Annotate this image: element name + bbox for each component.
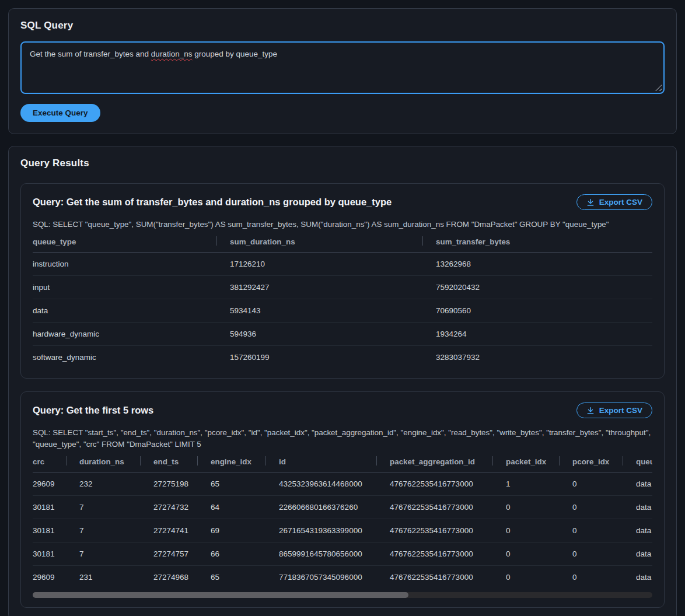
column-header: packet_aggregation_id xyxy=(377,456,493,473)
table-cell: 17126210 xyxy=(217,253,423,276)
table-cell: 7 xyxy=(67,542,141,566)
export-csv-label: Export CSV xyxy=(599,198,642,206)
table-cell: 27274741 xyxy=(141,519,198,542)
column-header: id xyxy=(266,456,377,473)
table-cell: 27274968 xyxy=(141,566,198,589)
table-row: 2960923227275198654325323963614468000476… xyxy=(33,473,652,496)
table-cell: 69 xyxy=(198,519,266,542)
results-table-container: queue_typesum_duration_nssum_transfer_by… xyxy=(33,236,652,369)
textarea-resize-handle[interactable] xyxy=(655,85,662,91)
query-text-misspelled: duration_ns xyxy=(151,50,193,58)
table-cell: 381292427 xyxy=(217,276,423,299)
table-row: software_dynamic1572601993283037932 xyxy=(33,346,652,369)
table-cell: 65 xyxy=(198,566,266,589)
horizontal-scrollbar-track[interactable] xyxy=(33,592,652,598)
results-table: crcduration_nsend_tsengine_idxidpacket_a… xyxy=(33,456,652,589)
table-cell: 5934143 xyxy=(217,299,423,323)
table-row: 3018172727473264226606680166376260476762… xyxy=(33,496,652,519)
column-header: pcore_idx xyxy=(560,456,623,473)
column-header: packet_idx xyxy=(493,456,560,473)
table-cell: data xyxy=(623,566,652,589)
table-cell: 4767622535416773000 xyxy=(377,496,493,519)
sql-statement: SQL: SELECT "start_ts", "end_ts", "durat… xyxy=(33,427,652,450)
column-header: engine_idx xyxy=(198,456,266,473)
table-cell: 29609 xyxy=(33,473,67,496)
table-cell: 0 xyxy=(493,496,560,519)
column-header: sum_transfer_bytes xyxy=(423,236,652,253)
table-cell: 1 xyxy=(493,473,560,496)
table-cell: 232 xyxy=(67,473,141,496)
table-cell: 8659991645780656000 xyxy=(266,542,377,566)
horizontal-scrollbar-thumb[interactable] xyxy=(33,592,408,598)
column-header: crc xyxy=(33,456,67,473)
column-header: end_ts xyxy=(141,456,198,473)
table-cell: 7718367057345096000 xyxy=(266,566,377,589)
table-row: 3018172727474169267165431936339900047676… xyxy=(33,519,652,542)
table-cell: data xyxy=(623,519,652,542)
download-icon xyxy=(586,407,595,415)
query-results-section: Query Results Query: Get the sum of tran… xyxy=(8,146,677,616)
table-cell: 0 xyxy=(560,519,623,542)
table-cell: 30181 xyxy=(33,542,67,566)
table-row: 3018172727475766865999164578065600047676… xyxy=(33,542,652,566)
table-cell: 64 xyxy=(198,496,266,519)
sql-query-input[interactable]: Get the sum of transfer_bytes and durati… xyxy=(20,41,665,94)
table-cell: 7 xyxy=(67,519,141,542)
result-card-first-rows: Query: Get the first 5 rows Export CSV S… xyxy=(20,391,665,608)
table-cell: 7 xyxy=(67,496,141,519)
table-cell: instruction xyxy=(33,253,217,276)
results-table-container: crcduration_nsend_tsengine_idxidpacket_a… xyxy=(33,456,652,589)
table-cell: hardware_dynamic xyxy=(33,323,217,346)
table-cell: 7592020432 xyxy=(423,276,652,299)
export-csv-button[interactable]: Export CSV xyxy=(576,194,652,210)
sql-statement: SQL: SELECT "queue_type", SUM("transfer_… xyxy=(33,219,652,230)
download-icon xyxy=(586,198,595,206)
table-cell: 65 xyxy=(198,473,266,496)
table-cell: 0 xyxy=(493,542,560,566)
table-cell: 2671654319363399000 xyxy=(266,519,377,542)
table-row: data593414370690560 xyxy=(33,299,652,323)
table-cell: 4325323963614468000 xyxy=(266,473,377,496)
execute-query-button[interactable]: Execute Query xyxy=(20,104,100,122)
table-cell: data xyxy=(623,496,652,519)
table-header-row: crcduration_nsend_tsengine_idxidpacket_a… xyxy=(33,456,652,473)
table-cell: 0 xyxy=(560,566,623,589)
table-cell: 1934264 xyxy=(423,323,652,346)
table-cell: 27275198 xyxy=(141,473,198,496)
table-cell: 29609 xyxy=(33,566,67,589)
result-card-title: Query: Get the sum of transfer_bytes and… xyxy=(33,197,392,208)
table-cell: 30181 xyxy=(33,519,67,542)
sql-query-title: SQL Query xyxy=(20,20,665,32)
export-csv-label: Export CSV xyxy=(599,406,642,415)
table-cell: 594936 xyxy=(217,323,423,346)
column-header: sum_duration_ns xyxy=(217,236,423,253)
column-header: duration_ns xyxy=(67,456,141,473)
query-results-title: Query Results xyxy=(20,158,665,169)
table-cell: input xyxy=(33,276,217,299)
table-row: input3812924277592020432 xyxy=(33,276,652,299)
table-cell: data xyxy=(623,473,652,496)
result-card-aggregation: Query: Get the sum of transfer_bytes and… xyxy=(20,183,665,379)
table-cell: 4767622535416773000 xyxy=(377,473,493,496)
table-cell: 0 xyxy=(560,473,623,496)
table-cell: data xyxy=(623,542,652,566)
export-csv-button[interactable]: Export CSV xyxy=(576,402,652,418)
table-cell: 157260199 xyxy=(217,346,423,369)
table-cell: 66 xyxy=(198,542,266,566)
table-cell: 226606680166376260 xyxy=(266,496,377,519)
table-header-row: queue_typesum_duration_nssum_transfer_by… xyxy=(33,236,652,253)
column-header: queue_type xyxy=(33,236,217,253)
table-cell: 4767622535416773000 xyxy=(377,542,493,566)
table-cell: software_dynamic xyxy=(33,346,217,369)
table-cell: 0 xyxy=(560,542,623,566)
column-header: queue_type xyxy=(623,456,652,473)
table-cell: 3283037932 xyxy=(423,346,652,369)
query-text-after: grouped by queue_type xyxy=(192,50,277,58)
table-row: hardware_dynamic5949361934264 xyxy=(33,323,652,346)
table-cell: 231 xyxy=(67,566,141,589)
table-cell: 13262968 xyxy=(423,253,652,276)
table-cell: 0 xyxy=(493,566,560,589)
table-cell: 27274732 xyxy=(141,496,198,519)
result-card-title: Query: Get the first 5 rows xyxy=(33,405,153,416)
table-cell: 0 xyxy=(560,496,623,519)
